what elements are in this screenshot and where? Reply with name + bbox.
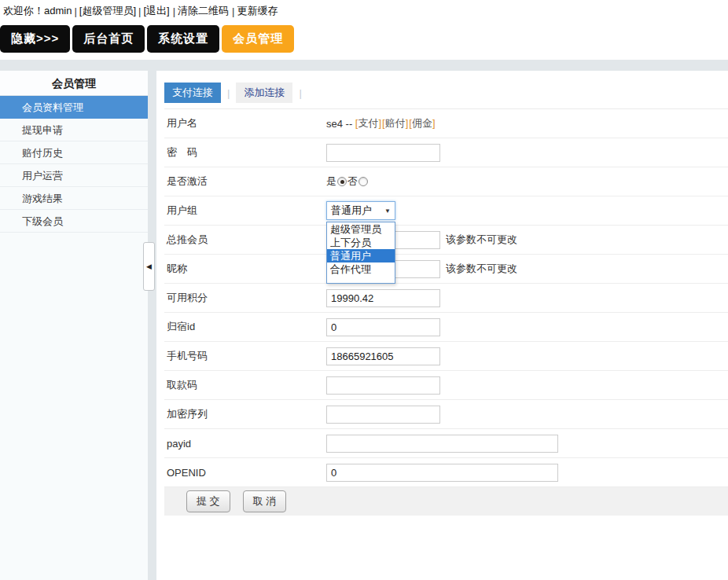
nickname-note: 该参数不可更改 bbox=[446, 262, 517, 276]
sidebar-divider: ◀ bbox=[148, 71, 156, 580]
tab-add-link[interactable]: 添加连接 bbox=[236, 83, 292, 103]
bracket: ] bbox=[406, 117, 409, 129]
payid-label: payid bbox=[167, 438, 326, 450]
phone-field[interactable] bbox=[326, 347, 440, 365]
payout-link[interactable]: [赔付] bbox=[382, 116, 408, 130]
user-group-selected-value: 普通用户 bbox=[331, 204, 372, 218]
sidebar-collapse-handle[interactable]: ◀ bbox=[143, 242, 155, 291]
member-edit-form: 用户名 se4 -- [支付] [赔付] [佣金] 密 码 是否激活 是 否 bbox=[164, 108, 728, 516]
password-label: 密 码 bbox=[167, 145, 326, 160]
welcome-text: 欢迎你！admin bbox=[3, 4, 72, 18]
bracket: ] bbox=[432, 117, 436, 129]
dropdown-arrow-icon: ▼ bbox=[384, 207, 391, 215]
withdraw-code-field[interactable] bbox=[326, 376, 440, 395]
user-group-dropdown: 超级管理员 上下分员 普通用户 合作代理 bbox=[326, 222, 395, 284]
points-row: 可用积分 bbox=[164, 284, 728, 313]
user-group-label: 用户组 bbox=[167, 204, 326, 218]
system-settings-button[interactable]: 系统设置 bbox=[147, 25, 219, 53]
sidebar-item-payout-history[interactable]: 赔付历史 bbox=[0, 141, 148, 164]
role-badge: [超级管理员] bbox=[79, 4, 136, 18]
sidebar-item-user-operation[interactable]: 用户运营 bbox=[0, 164, 148, 187]
nickname-label: 昵称 bbox=[167, 262, 326, 276]
admin-home-button[interactable]: 后台首页 bbox=[72, 25, 145, 53]
payment-link-label: 支付 bbox=[358, 117, 378, 129]
separator: | bbox=[232, 6, 234, 17]
nickname-row: 昵称 该参数不可更改 bbox=[164, 255, 728, 284]
bracket: ] bbox=[378, 117, 381, 129]
form-actions: 提 交 取 消 bbox=[164, 487, 728, 516]
welcome-bar: 欢迎你！admin | [超级管理员] | [退出] | 清除二维码 | 更新缓… bbox=[0, 0, 728, 19]
payout-link-label: 赔付 bbox=[385, 117, 406, 129]
hide-menu-button[interactable]: 隐藏>>> bbox=[0, 25, 70, 53]
sidebar-title: 会员管理 bbox=[0, 71, 148, 96]
referrer-label: 总推会员 bbox=[167, 233, 326, 247]
points-label: 可用积分 bbox=[167, 291, 326, 305]
tab-separator: | bbox=[299, 87, 301, 99]
withdraw-code-row: 取款码 bbox=[164, 371, 728, 400]
member-management-button[interactable]: 会员管理 bbox=[222, 25, 294, 53]
withdraw-code-label: 取款码 bbox=[167, 378, 326, 392]
header-divider-band bbox=[0, 60, 728, 71]
tab-payment-link[interactable]: 支付连接 bbox=[164, 83, 221, 103]
encrypt-sequence-field[interactable] bbox=[326, 406, 440, 424]
option-normal-user[interactable]: 普通用户 bbox=[327, 249, 395, 262]
home-id-row: 归宿id bbox=[164, 313, 728, 342]
username-row: 用户名 se4 -- [支付] [赔付] [佣金] bbox=[164, 109, 728, 138]
separator: | bbox=[173, 6, 175, 17]
option-partner-agent[interactable]: 合作代理 bbox=[327, 262, 395, 276]
radio-yes[interactable] bbox=[337, 177, 347, 186]
user-group-select[interactable]: 普通用户 ▼ bbox=[326, 201, 395, 220]
openid-row: OPENID bbox=[164, 458, 728, 487]
password-row: 密 码 bbox=[164, 138, 728, 167]
top-nav: 隐藏>>> 后台首页 系统设置 会员管理 bbox=[0, 19, 728, 60]
sidebar-item-sub-members[interactable]: 下级会员 bbox=[0, 210, 148, 233]
separator: | bbox=[138, 6, 141, 17]
phone-row: 手机号码 bbox=[164, 342, 728, 371]
openid-label: OPENID bbox=[167, 467, 326, 479]
sidebar-item-withdraw-request[interactable]: 提现申请 bbox=[0, 119, 148, 141]
referrer-note: 该参数不可更改 bbox=[446, 233, 517, 247]
commission-link-label: 佣金 bbox=[412, 117, 432, 129]
payid-field[interactable] bbox=[326, 435, 558, 453]
cancel-button[interactable]: 取 消 bbox=[243, 490, 287, 512]
sidebar-item-member-profile[interactable]: 会员资料管理 bbox=[0, 96, 148, 119]
user-group-row: 用户组 普通用户 ▼ bbox=[164, 196, 728, 226]
tab-separator: | bbox=[227, 87, 230, 99]
option-super-admin[interactable]: 超级管理员 bbox=[327, 222, 395, 236]
sidebar-item-game-results[interactable]: 游戏结果 bbox=[0, 187, 148, 210]
openid-field[interactable] bbox=[326, 464, 558, 482]
encrypt-sequence-label: 加密序列 bbox=[167, 407, 326, 421]
home-id-field[interactable] bbox=[326, 318, 440, 336]
home-id-label: 归宿id bbox=[167, 320, 326, 334]
points-field[interactable] bbox=[326, 289, 440, 307]
submit-button[interactable]: 提 交 bbox=[186, 490, 230, 512]
referrer-row: 总推会员 该参数不可更改 bbox=[164, 226, 728, 255]
radio-no[interactable] bbox=[358, 177, 368, 186]
clear-qrcode-link[interactable]: 清除二维码 bbox=[178, 4, 229, 18]
sidebar: 会员管理 会员资料管理 提现申请 赔付历史 用户运营 游戏结果 下级会员 bbox=[0, 71, 148, 580]
commission-link[interactable]: [佣金] bbox=[409, 116, 435, 130]
option-score-operator[interactable]: 上下分员 bbox=[327, 236, 395, 249]
logout-link[interactable]: [退出] bbox=[143, 4, 169, 18]
refresh-cache-link[interactable]: 更新缓存 bbox=[237, 4, 278, 18]
collapse-arrow-icon: ◀ bbox=[146, 263, 152, 270]
payment-link[interactable]: [支付] bbox=[355, 116, 381, 130]
separator: | bbox=[74, 6, 76, 17]
payid-row: payid bbox=[164, 429, 728, 458]
tab-bar: 支付连接 | 添加连接 | bbox=[164, 83, 728, 103]
encrypt-sequence-row: 加密序列 bbox=[164, 400, 728, 429]
username-label: 用户名 bbox=[167, 116, 326, 130]
radio-no-label: 否 bbox=[347, 174, 358, 189]
radio-yes-label: 是 bbox=[326, 174, 336, 189]
password-field[interactable] bbox=[326, 144, 440, 162]
content-area: 支付连接 | 添加连接 | 用户名 se4 -- [支付] [赔付] [佣金] … bbox=[156, 71, 728, 580]
username-value: se4 -- bbox=[326, 118, 352, 130]
is-active-label: 是否激活 bbox=[167, 174, 326, 189]
is-active-row: 是否激活 是 否 bbox=[164, 167, 728, 196]
phone-label: 手机号码 bbox=[167, 349, 326, 363]
